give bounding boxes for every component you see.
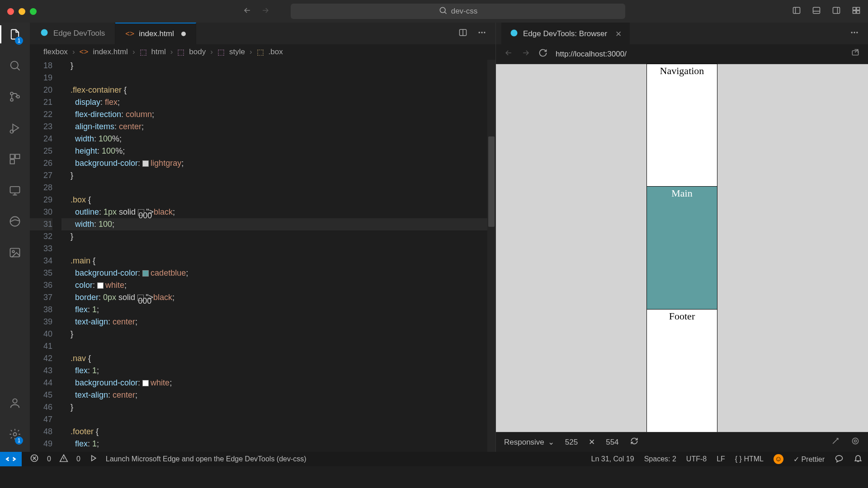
chevron-down-icon: ⌄	[548, 437, 554, 447]
rotate-icon[interactable]	[630, 436, 639, 448]
maximize-window[interactable]	[30, 8, 37, 15]
svg-rect-5	[857, 7, 860, 10]
svg-point-26	[484, 32, 485, 33]
wand-icon[interactable]	[831, 436, 840, 448]
reload-icon[interactable]	[538, 48, 547, 60]
bell-icon[interactable]	[854, 454, 863, 465]
prettier-status[interactable]: ✓ Prettier	[793, 455, 825, 464]
svg-point-32	[852, 438, 858, 444]
debug-launch-icon[interactable]	[89, 454, 98, 465]
browser-tab-label: Edge DevTools: Browser	[523, 29, 607, 38]
browser-forward-icon[interactable]	[521, 48, 530, 60]
layout-left-icon[interactable]	[792, 6, 801, 17]
svg-rect-15	[10, 160, 14, 164]
remote-indicator[interactable]	[0, 452, 22, 466]
language-mode[interactable]: { } HTML	[735, 455, 764, 463]
error-icon[interactable]	[30, 454, 39, 465]
url-input[interactable]	[556, 50, 843, 59]
minimap[interactable]	[487, 60, 495, 452]
tab-edge-devtools[interactable]: Edge DevTools	[30, 23, 115, 44]
crumb[interactable]: html	[151, 47, 166, 56]
warning-icon[interactable]	[59, 454, 68, 465]
viewport-height[interactable]: 554	[606, 438, 618, 447]
indent-setting[interactable]: Spaces: 2	[644, 455, 676, 463]
more-actions-icon[interactable]	[850, 30, 859, 39]
editor-panel: Edge DevTools <> index.html flexbox› <>i…	[30, 23, 495, 452]
command-search[interactable]: dev-css	[291, 4, 625, 19]
search-panel-icon[interactable]	[9, 59, 21, 74]
split-editor-icon[interactable]	[458, 28, 467, 39]
svg-point-30	[856, 32, 858, 33]
crumb[interactable]: .box	[269, 47, 283, 56]
search-icon	[439, 6, 448, 17]
breadcrumb[interactable]: flexbox› <>index.html› ⬚html› ⬚body› ⬚st…	[30, 44, 495, 60]
tab-label: Edge DevTools	[53, 29, 105, 38]
remote-icon[interactable]	[9, 184, 21, 199]
close-tab-icon[interactable]: ✕	[615, 29, 622, 39]
svg-rect-1	[793, 7, 800, 13]
svg-rect-18	[10, 249, 20, 257]
back-icon[interactable]	[243, 6, 252, 17]
history-nav	[243, 6, 270, 17]
warning-count: 0	[76, 455, 80, 463]
activity-bar: 1 1	[0, 23, 30, 452]
tab-index-html[interactable]: <> index.html	[115, 23, 196, 44]
svg-point-19	[12, 250, 14, 253]
forward-icon[interactable]	[261, 6, 270, 17]
cursor-position[interactable]: Ln 31, Col 19	[591, 455, 634, 463]
devtools-browser-panel: Edge DevTools: Browser ✕ Navigation Main…	[495, 23, 868, 452]
viewport-width[interactable]: 525	[565, 438, 578, 447]
svg-point-29	[854, 32, 855, 33]
minimize-window[interactable]	[19, 8, 25, 15]
crumb[interactable]: style	[229, 47, 245, 56]
crumb[interactable]: body	[189, 47, 206, 56]
image-icon[interactable]	[9, 246, 21, 261]
svg-point-20	[13, 399, 17, 403]
code-editor[interactable]: 1819202122232425262728293031323334353637…	[30, 60, 495, 452]
settings-icon[interactable]: 1	[9, 428, 21, 443]
address-bar	[496, 44, 868, 64]
run-debug-icon[interactable]	[9, 122, 21, 136]
account-icon[interactable]	[9, 397, 21, 412]
open-external-icon[interactable]	[851, 48, 860, 60]
close-window[interactable]	[7, 8, 14, 15]
line-gutter: 1819202122232425262728293031323334353637…	[30, 60, 61, 452]
svg-rect-14	[15, 155, 19, 159]
tab-label: index.html	[139, 29, 174, 38]
crumb[interactable]: index.html	[93, 47, 127, 56]
encoding[interactable]: UTF-8	[686, 455, 707, 463]
feedback-icon[interactable]	[835, 454, 844, 465]
settings-badge: 1	[15, 436, 23, 445]
more-actions-icon[interactable]	[477, 28, 486, 39]
crumb[interactable]: flexbox	[43, 47, 68, 56]
explorer-icon[interactable]: 1	[9, 28, 21, 43]
svg-rect-6	[853, 10, 856, 13]
extensions-icon[interactable]	[9, 153, 21, 168]
edge-icon[interactable]	[9, 215, 21, 230]
copilot-icon[interactable]: ☺	[774, 454, 783, 464]
svg-point-24	[479, 32, 480, 33]
svg-point-28	[851, 32, 853, 33]
layout-bottom-icon[interactable]	[812, 6, 821, 17]
eol[interactable]: LF	[717, 455, 725, 463]
device-toolbar: Responsive ⌄ 525 ✕ 554	[496, 432, 868, 452]
editor-tabs: Edge DevTools <> index.html	[30, 23, 495, 44]
browser-back-icon[interactable]	[504, 48, 513, 60]
scrollbar-thumb[interactable]	[488, 136, 495, 227]
target-icon[interactable]	[851, 436, 860, 448]
svg-point-8	[11, 61, 18, 69]
titlebar: dev-css	[0, 0, 868, 23]
device-select[interactable]: Responsive ⌄	[504, 437, 554, 447]
edge-tab-icon	[40, 28, 49, 39]
source-control-icon[interactable]	[9, 90, 21, 105]
browser-tab[interactable]: Edge DevTools: Browser ✕	[501, 23, 630, 44]
layout-grid-icon[interactable]	[852, 6, 861, 17]
preview-nav: Navigation	[647, 64, 717, 187]
error-count: 0	[47, 455, 51, 463]
code-content[interactable]: } .flex-container { display: flex; flex-…	[61, 60, 495, 452]
launch-message[interactable]: Launch Microsoft Edge and open the Edge …	[106, 455, 307, 463]
svg-rect-16	[10, 187, 20, 193]
layout-right-icon[interactable]	[832, 6, 841, 17]
svg-rect-7	[857, 10, 860, 13]
svg-point-33	[854, 440, 857, 442]
